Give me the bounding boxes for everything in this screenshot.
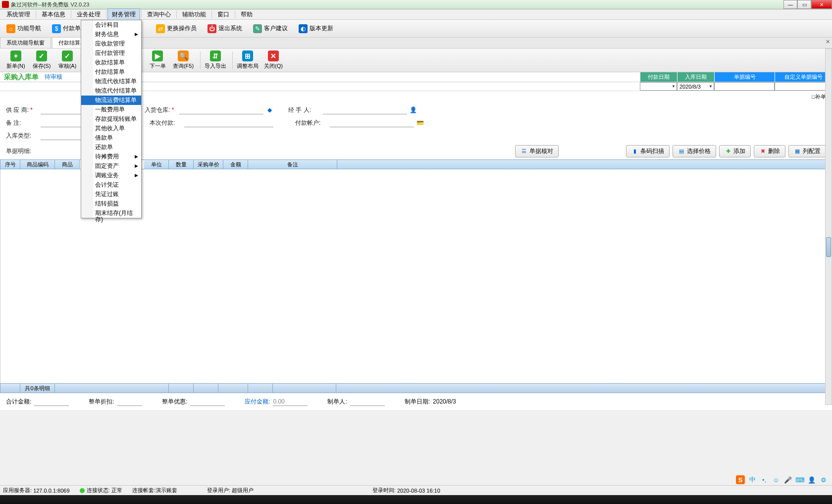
orderno-input[interactable]	[714, 82, 775, 91]
dropdown-item[interactable]: 付款结算单	[81, 67, 141, 77]
scan-button[interactable]: ▮条码扫描	[626, 145, 670, 157]
dropdown-item[interactable]: 存款提现转账单	[81, 114, 141, 124]
dropdown-item[interactable]: 财务信息▶	[81, 30, 141, 39]
dropdown-item[interactable]: 凭证过账	[81, 190, 141, 199]
dropdown-item[interactable]: 还款单	[81, 143, 141, 152]
dropdown-item[interactable]: 借款单	[81, 133, 141, 143]
dropdown-item[interactable]: 物流运费结算单	[81, 96, 141, 105]
ime-user-icon[interactable]: 👤	[807, 475, 816, 484]
colcfg-button[interactable]: ▦列配置	[788, 145, 826, 157]
ime-face-icon[interactable]: ☺	[772, 475, 780, 484]
book-icon[interactable]: ◆	[265, 106, 273, 114]
th-code[interactable]: 商品编码	[20, 160, 55, 169]
maximize-button[interactable]: ▭	[797, 0, 811, 9]
newdoc-button[interactable]: +新单(N)	[4, 50, 28, 71]
close-window-button[interactable]: ✕	[811, 0, 832, 9]
ime-punct-icon[interactable]: •,	[760, 475, 769, 484]
power-icon: ⏻	[208, 24, 216, 33]
scrollbar-thumb[interactable]	[826, 237, 831, 257]
app-icon	[2, 1, 9, 8]
pay-icon: $	[52, 24, 61, 33]
funcnav-button[interactable]: ⌂功能导航	[2, 22, 46, 36]
vertical-scrollbar[interactable]	[825, 49, 832, 405]
check-button[interactable]: ☰单据核对	[515, 145, 559, 157]
menu-query[interactable]: 查询中心	[143, 8, 175, 21]
del-button[interactable]: ✖删除	[754, 145, 785, 157]
menu-finance[interactable]: 财务管理	[107, 8, 140, 21]
dropdown-item[interactable]: 应付款管理	[81, 49, 141, 58]
th-prod[interactable]: 商品	[55, 160, 80, 169]
menu-help[interactable]: 帮助	[236, 8, 257, 21]
warehouse-label: 入货仓库: *	[145, 106, 179, 114]
dropdown-item[interactable]: 会计凭证	[81, 180, 141, 190]
dropdown-item[interactable]: 物流代收结算单	[81, 77, 141, 86]
dropdown-item[interactable]: 收款结算单	[81, 58, 141, 67]
th-qty[interactable]: 数量	[169, 160, 194, 169]
dropdown-item[interactable]: 一般费用单	[81, 105, 141, 114]
dropdown-item[interactable]: 期末结存(月结存)	[81, 208, 141, 218]
menu-basic[interactable]: 基本信息	[37, 8, 70, 21]
menu-aux[interactable]: 辅助功能	[178, 8, 210, 21]
audit-button[interactable]: ✓审核(A)	[55, 50, 79, 71]
price-button[interactable]: ▤选择价格	[673, 145, 716, 157]
thispay-input[interactable]	[184, 118, 273, 127]
layout-button[interactable]: ⊞调整布局	[236, 50, 260, 71]
ime-mic-icon[interactable]: 🎤	[783, 475, 792, 484]
add-button[interactable]: ✚添加	[719, 145, 751, 157]
th-price[interactable]: 采购单价	[194, 160, 223, 169]
ime-zhong-icon[interactable]: 中	[748, 475, 757, 484]
menu-business[interactable]: 业务处理	[72, 8, 105, 21]
next-button[interactable]: ▶下一单	[146, 50, 169, 71]
handler-input[interactable]	[323, 105, 407, 114]
payorder-button[interactable]: $付款单	[48, 22, 85, 36]
menu-window[interactable]: 窗口	[213, 8, 234, 21]
suggest-button[interactable]: ✎客户建议	[249, 22, 292, 36]
exitsys-button[interactable]: ⏻退出系统	[203, 22, 247, 36]
person-icon[interactable]: 👤	[409, 106, 417, 114]
pref-input[interactable]	[190, 397, 225, 406]
dropdown-item[interactable]: 会计科目	[81, 20, 141, 30]
dropdown-item[interactable]: 应收款管理	[81, 39, 141, 49]
custom-input[interactable]	[775, 82, 832, 91]
io-button[interactable]: ⇵导入导出	[204, 50, 227, 71]
query-button[interactable]: 🔍查询(F5)	[171, 50, 195, 71]
dropdown-item[interactable]: 其他收入单	[81, 124, 141, 133]
update-button[interactable]: ◐版本更新	[294, 22, 338, 36]
plus-icon: +	[10, 50, 21, 61]
dropdown-item[interactable]: 物流代付结算单	[81, 86, 141, 96]
tab-close-icon[interactable]: ✕	[824, 39, 831, 46]
sb-server: 应用服务器: 127.0.0.1:8069	[3, 487, 70, 494]
dropdown-item[interactable]: 结转损益	[81, 199, 141, 208]
col-custom: 自定义单据编号	[775, 72, 832, 82]
th-remark[interactable]: 备注	[248, 160, 337, 169]
dropdown-item[interactable]: 调账业务▶	[81, 171, 141, 180]
save-button[interactable]: ✓保存(S)	[30, 50, 53, 71]
dropdown-item[interactable]: 待摊费用▶	[81, 152, 141, 161]
th-unit[interactable]: 单位	[144, 160, 169, 169]
discount-input[interactable]	[117, 397, 142, 406]
ime-keyboard-icon[interactable]: ⌨	[795, 475, 804, 484]
makedate-value: 2020/8/3	[433, 398, 456, 405]
sum-input[interactable]	[34, 397, 69, 406]
th-seq[interactable]: 序号	[0, 160, 20, 169]
col-orderno: 单据编号	[714, 72, 775, 82]
dropdown-item[interactable]: 固定资产▶	[81, 161, 141, 171]
col-indate: 入库日期	[677, 72, 714, 82]
menu-system[interactable]: 系统管理	[2, 8, 35, 21]
os-taskbar[interactable]	[0, 495, 832, 504]
warehouse-input[interactable]	[179, 105, 263, 114]
changeop-button[interactable]: ⇄更换操作员	[152, 22, 201, 36]
ime-sogou-icon[interactable]: S	[736, 475, 745, 484]
paydate-input[interactable]: ▼	[640, 82, 677, 91]
maker-input	[350, 397, 385, 406]
tab-funcnav[interactable]: 系统功能导航窗	[0, 37, 51, 48]
handler-label: 经 手 人:	[288, 106, 323, 114]
minimize-button[interactable]: —	[783, 0, 797, 9]
columns-icon: ▦	[794, 148, 801, 155]
payacct-input[interactable]	[330, 118, 414, 127]
card-icon[interactable]: 💳	[416, 119, 424, 127]
closedoc-button[interactable]: ✕关闭(Q)	[261, 50, 285, 71]
ime-gear-icon[interactable]: ⚙	[819, 475, 828, 484]
th-amt[interactable]: 金额	[223, 160, 248, 169]
indate-input[interactable]: 2020/8/3▼	[677, 82, 714, 91]
